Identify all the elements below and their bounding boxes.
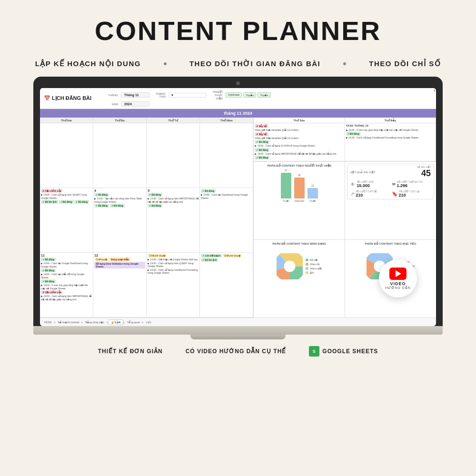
month-label: THÁNG (105, 94, 118, 97)
stats-box: KẾT QUẢ BÀI VIẾT SỐ BÀI VIẾT 45 (347, 164, 434, 199)
google-sheets-icon: S (309, 346, 319, 357)
cell-w3-mon: 11 ✓ Đã đăng ▶ 14:00 - Cách tạo Google D… (40, 253, 93, 317)
cell-w3-wed: Chờ phê duyệt ▶ 14:00 - Giới thiệu về Go… (147, 253, 200, 317)
tab-lich[interactable]: 🔒 Lịch (108, 319, 123, 325)
stats-panel: KẾT QUẢ BÀI VIẾT SỐ BÀI VIẾT 45 (345, 162, 436, 239)
controls-group: THÁNG Tháng 11 TRẠNG THÁI ▼ NGƯỜI THỰC H… (105, 90, 432, 107)
tag-can-sua: ✗ Cần chỉnh sửa (41, 189, 62, 193)
tab-ke-hoach[interactable]: Kế hoạch content (56, 320, 82, 325)
pie1-container: Bài viết Video dài Video ngắn Ảnh (256, 247, 343, 285)
status-select[interactable]: ▼ (169, 93, 207, 98)
cell-w2-thu: ✓ Đã đăng ▶ 14:00 - Cách tạo Dashboard t… (200, 188, 253, 253)
youtube-badge[interactable]: VIDEO HƯỚNG DẪN (379, 259, 417, 298)
yt-label: VIDEO (390, 281, 406, 286)
footer-video-text: CÓ VIDEO HƯỚNG DẪN CỤ THỂ (186, 348, 287, 355)
user-tag-1: Optimate (226, 92, 242, 98)
tab-luu[interactable]: Lưu (144, 320, 153, 325)
laptop-screen: 📅 LỊCH ĐĂNG BÀI THÁNG Tháng 11 TRẠNG THÁ… (40, 88, 436, 326)
tab-tong-quan[interactable]: Tổng quan (125, 320, 142, 325)
bar-1: 27 Tuyến (281, 169, 291, 202)
results-title: KẾT QUẢ BÀI VIẾT (350, 170, 376, 174)
bar-chart-panel: PHÂN BỐ CONTENT THEO NGƯỜI THỰC HIỆN 27 … (254, 162, 345, 239)
yt-sublabel: HƯỚNG DẪN (385, 286, 411, 290)
pie1-panel: PHÂN BỐ CONTENT THEO ĐỊNH DẠNG (254, 240, 345, 317)
footer-sheets: S GOOGLE SHEETS (309, 346, 378, 357)
bottom-tabs: HDSD ▸ Kế hoạch content ▸ Bảng công việc… (40, 317, 436, 326)
day-thu-nam: Thứ Năm (200, 118, 253, 123)
day-thu-hai: Thứ Hai (40, 118, 93, 123)
stat-shares: ↗ SỐ LƯỢT CHIA SẺ 210 (350, 190, 389, 198)
cell-w1-mon (40, 123, 93, 188)
cell-w3-thu: ✓ Lên kế hoạch Chờ phê duyệt ✓ Đã lên lị… (200, 253, 253, 317)
bar-chart-title: PHÂN BỐ CONTENT THEO NGƯỜI THỰC HIỆN (256, 164, 343, 167)
pie1-title: PHÂN BỐ CONTENT THEO ĐỊNH DẠNG (256, 242, 343, 245)
footer-row: THIẾT KẾ ĐƠN GIẢN CÓ VIDEO HƯỚNG DẪN CỤ … (98, 339, 378, 357)
subtitle-1: LẬP KẾ HOẠCH NỘI DUNG (35, 60, 141, 68)
year-label: NĂM (105, 103, 118, 106)
screen-content: 📅 LỊCH ĐĂNG BÀI THÁNG Tháng 11 TRẠNG THÁ… (40, 88, 436, 326)
divider-2 (343, 62, 346, 65)
cell-w3-tue: 12 Chờ duyệt Đang soạn thảo Sử dụng Data… (93, 253, 147, 317)
total-posts: 45 (417, 169, 431, 178)
calendar-section: tháng 11 2024 Thứ Hai Thứ Ba Thứ Tư Thứ … (40, 109, 436, 317)
bar-3: 11 Tuyến (307, 184, 318, 202)
laptop-stand (190, 335, 286, 339)
laptop-camera (236, 81, 240, 85)
cell-fri-1: ✗ Hủy bỏ Video giới thiệu template Quản … (254, 123, 345, 161)
month-header: tháng 11 2024 (40, 109, 436, 118)
bar-chart: 27 Tuyến 22 Optimate (256, 169, 343, 202)
cell-w2-tue: 4 ✓ Đã đăng ▶ 14:00 - Tạo bảo cáo dùng h… (93, 188, 147, 253)
calendar-title: 📅 LỊCH ĐĂNG BÀI (44, 95, 101, 101)
divider-1 (164, 62, 167, 65)
day-thu-bay: Thứ Bảy (345, 118, 436, 123)
tab-bang-cong-viec[interactable]: Bảng công việc (83, 320, 107, 325)
top-bar: 📅 LỊCH ĐĂNG BÀI THÁNG Tháng 11 TRẠNG THÁ… (40, 88, 436, 109)
stat-grid: 👁 SỐ LƯỢT XEM 15.000 (350, 180, 431, 198)
year-value: 2024 (121, 101, 149, 107)
subtitle-3: THEO DÕI CHỈ SỐ (369, 60, 441, 68)
subtitle-2: THEO DÕI THỜI GIAN ĐĂNG BÀI (189, 60, 320, 68)
youtube-icon (389, 268, 407, 280)
footer-video: CÓ VIDEO HƯỚNG DẪN CỤ THỂ (186, 348, 287, 355)
user-tag-2: Tuyến (243, 92, 256, 98)
control-row-year: NĂM 2024 (105, 101, 432, 107)
cell-w2-mon: ✗ Cần chỉnh sửa ▶ 14:00 - Cách sử dụng h… (40, 188, 93, 253)
cell-w1-tue (93, 123, 147, 188)
laptop-wrapper: 📅 LỊCH ĐĂNG BÀI THÁNG Tháng 11 TRẠNG THÁ… (33, 77, 443, 339)
svg-point-4 (284, 260, 295, 272)
day-thu-ba: Thứ Ba (93, 118, 147, 123)
stat-views: 👁 SỐ LƯỢT XEM 15.000 (350, 180, 389, 188)
cell-w1-thu (200, 123, 253, 188)
user-tag-3: Tuyến (258, 92, 270, 98)
day-thu-sau: Thứ Sáu (254, 118, 345, 123)
page-title: CONTENT PLANNER (95, 15, 381, 46)
footer-sheets-text: GOOGLE SHEETS (322, 348, 378, 355)
pie1-chart (277, 253, 303, 279)
tag-da-len: ✓ Đã lên lịch (41, 200, 58, 204)
footer-simple-text: THIẾT KẾ ĐƠN GIẢN (98, 348, 163, 355)
laptop-body: 📅 LỊCH ĐĂNG BÀI THÁNG Tháng 11 TRẠNG THÁ… (33, 77, 443, 326)
cell-sat-1: TASK THÁNG 10 ▶ 14:00 - 5 meo hay giúp t… (345, 123, 436, 161)
day-thu-tu: Thứ Tư (147, 118, 200, 123)
tab-hdsd[interactable]: HDSD (42, 320, 54, 325)
pie1-legend: Bài viết Video dài Video ngắn Ảnh (306, 258, 322, 274)
yt-play-icon (396, 270, 401, 277)
stat-interactions: ❤ SỐ LƯỢT TƯƠNG TÁC 1.296 (392, 180, 431, 188)
laptop-base (33, 326, 443, 335)
executor-label: NGƯỜI THỰC HIỆN (209, 90, 223, 100)
pie2-title: PHÂN BỐ CONTENT THEO MỤC TIÊU (347, 242, 434, 245)
cell-w1-wed (147, 123, 200, 188)
stat-saves: 🔖 SỐ LƯỢT LƯU LẠI 210 (392, 190, 431, 198)
status-label: TRẠNG THÁI (152, 92, 166, 98)
bar-2: 22 Optimate (294, 174, 305, 202)
subtitle-row: LẬP KẾ HOẠCH NỘI DUNG THEO DÕI THỜI GIAN… (35, 54, 441, 77)
control-row-month: THÁNG Tháng 11 TRẠNG THÁI ▼ NGƯỜI THỰC H… (105, 90, 432, 100)
month-value: Tháng 11 (121, 92, 149, 98)
users-box: Optimate Tuyến Tuyến (226, 92, 271, 98)
day-headers: Thứ Hai Thứ Ba Thứ Tư Thứ Năm (40, 118, 253, 123)
page-header: CONTENT PLANNER (95, 0, 381, 54)
footer-simple: THIẾT KẾ ĐƠN GIẢN (98, 348, 163, 355)
cell-w2-wed: 5 ✓ Đã đăng ▶ 14:00 - Cách sử dụng hàm I… (147, 188, 200, 253)
